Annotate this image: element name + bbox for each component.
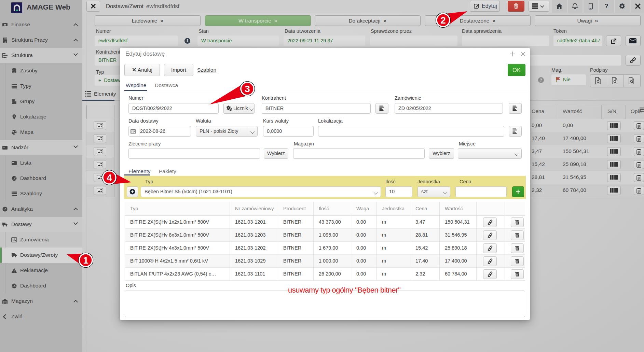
svg-text:?: ? xyxy=(604,3,608,10)
svg-text:?: ? xyxy=(540,78,542,83)
